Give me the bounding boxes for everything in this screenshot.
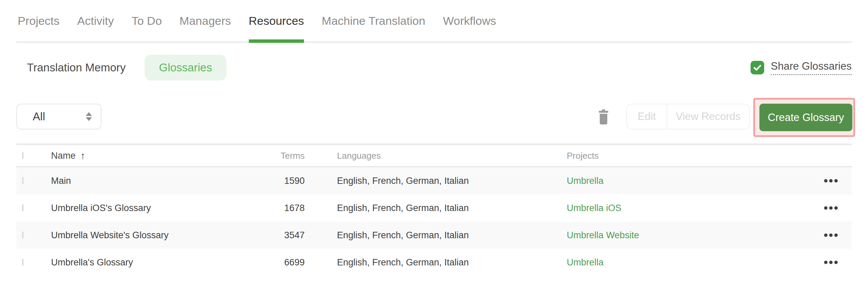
table-row: Main 1590 English, French, German, Itali… [16,167,852,194]
checkmark-icon [753,63,762,72]
resources-subtabs: Translation Memory Glossaries Share Glos… [16,55,852,81]
tab-managers[interactable]: Managers [179,0,231,41]
glossary-terms-count: 6699 [238,257,305,268]
tab-activity[interactable]: Activity [77,0,114,41]
row-checkbox[interactable] [22,231,23,239]
subtab-glossaries[interactable]: Glossaries [145,55,226,81]
row-checkbox[interactable] [22,204,23,211]
tab-todo[interactable]: To Do [132,0,162,41]
project-link[interactable]: Umbrella [567,176,604,186]
table-row: Umbrella's Glossary 6699 English, French… [16,249,852,276]
share-glossaries-label: Share Glossaries [771,60,852,75]
create-glossary-highlight-annotation: Create Glossary [753,98,855,137]
tab-managers-label: Managers [179,14,231,28]
glossary-languages: English, French, German, Italian [305,176,567,186]
row-actions-ellipsis-icon[interactable] [823,176,839,186]
tab-projects-label: Projects [18,14,60,28]
tab-workflows[interactable]: Workflows [443,0,496,41]
row-checkbox[interactable] [22,177,23,184]
glossaries-table: Name ↑ Terms Languages Projects Main 159… [16,143,852,276]
view-records-button[interactable]: View Records [666,104,749,129]
project-link[interactable]: Umbrella [567,257,604,267]
column-header-languages[interactable]: Languages [305,151,567,161]
active-tab-underline [249,39,304,43]
glossary-filter-value: All [33,110,45,123]
glossary-name: Umbrella Website's Glossary [48,230,238,241]
tab-workflows-label: Workflows [443,14,496,28]
table-row: Umbrella iOS's Glossary 1678 English, Fr… [16,194,852,222]
row-actions-ellipsis-icon[interactable] [823,257,839,267]
column-header-name[interactable]: Name ↑ [48,150,238,161]
delete-glossary-button[interactable] [597,109,610,125]
glossary-name: Umbrella iOS's Glossary [48,203,238,213]
row-actions-ellipsis-icon[interactable] [823,230,839,240]
tab-todo-label: To Do [132,14,162,28]
glossary-languages: English, French, German, Italian [305,257,567,268]
project-link[interactable]: Umbrella Website [567,230,639,240]
glossary-actions-group: Edit View Records [626,104,750,129]
tab-projects[interactable]: Projects [18,0,60,41]
table-row: Umbrella Website's Glossary 3547 English… [16,222,852,249]
edit-button[interactable]: Edit [627,104,666,129]
glossaries-toolbar: All Edit View Records Create Glossary [16,104,852,130]
tab-machine-translation-label: Machine Translation [322,14,425,28]
top-navigation: Projects Activity To Do Managers Resourc… [16,0,852,43]
trash-icon [597,109,610,125]
tab-machine-translation[interactable]: Machine Translation [322,0,425,41]
select-sorter-icon [86,112,92,121]
glossary-name: Umbrella's Glossary [48,257,238,268]
share-glossaries-toggle[interactable]: Share Glossaries [751,55,852,81]
column-header-terms[interactable]: Terms [238,151,305,161]
project-link[interactable]: Umbrella iOS [567,203,622,213]
create-glossary-button[interactable]: Create Glossary [759,104,852,131]
subtab-translation-memory[interactable]: Translation Memory [27,55,126,81]
tab-resources-label: Resources [249,14,304,28]
select-all-checkbox[interactable] [22,152,23,159]
glossary-languages: English, French, German, Italian [305,203,567,213]
glossary-filter-select[interactable]: All [16,104,101,129]
glossary-terms-count: 1678 [238,203,305,213]
tab-activity-label: Activity [77,14,114,28]
row-actions-ellipsis-icon[interactable] [823,203,839,213]
column-header-name-label: Name [51,151,76,161]
sort-ascending-icon: ↑ [80,150,85,161]
glossary-terms-count: 3547 [238,230,305,241]
glossary-terms-count: 1590 [238,176,305,186]
glossary-name: Main [48,176,238,186]
table-header-row: Name ↑ Terms Languages Projects [16,145,852,167]
tab-resources[interactable]: Resources [249,0,304,41]
row-checkbox[interactable] [22,259,23,266]
share-glossaries-checkbox[interactable] [751,61,764,74]
glossary-languages: English, French, German, Italian [305,230,567,241]
column-header-projects[interactable]: Projects [567,151,810,161]
